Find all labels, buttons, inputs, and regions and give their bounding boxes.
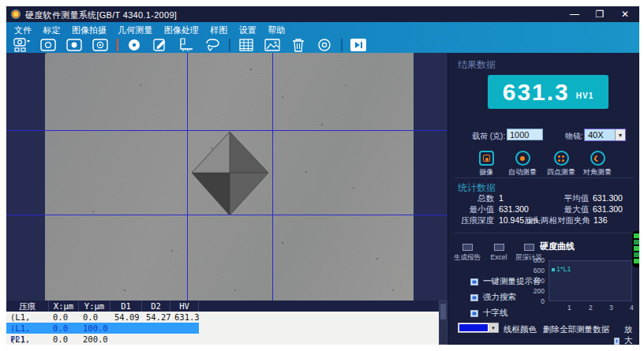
toolbar-button-capture[interactable] (64, 37, 84, 52)
objective-dropdown[interactable]: 40X ▼ (584, 129, 626, 141)
menu-calibration[interactable]: 标定 (43, 23, 60, 37)
load-input[interactable] (507, 129, 543, 140)
image-viewport[interactable] (6, 53, 447, 301)
magnifier-label: 放大镜 (624, 324, 639, 345)
menu-image-processing[interactable]: 图像处理 (164, 23, 199, 37)
toolbar-button-play[interactable] (348, 37, 369, 52)
cell-y: 200.0 (79, 334, 110, 345)
capture-button[interactable]: 摄像 (468, 151, 504, 177)
menu-file[interactable]: 文件 (14, 23, 32, 37)
toolbar-button-table[interactable] (236, 37, 256, 52)
stat-total-label: 总数 (448, 193, 494, 204)
cell-indent: (L1, P2) (6, 323, 49, 334)
col-header-d2[interactable]: D2 (142, 301, 170, 312)
table-row[interactable]: (L1, P3) 0.0 200.0 (6, 334, 447, 345)
delete-all-button[interactable]: 删除全部测量数据 (543, 324, 609, 335)
checkbox-icon[interactable] (470, 294, 478, 301)
magnifier-checkbox-row[interactable]: 放大镜 (614, 324, 639, 345)
menu-geometry-measure[interactable]: 几何测量 (118, 23, 152, 37)
menu-help[interactable]: 帮助 (268, 23, 285, 37)
stat-max-value: 631.300 (593, 204, 623, 214)
chevron-down-icon[interactable]: ▼ (489, 323, 498, 332)
objective-label: 物镜: (565, 131, 583, 142)
col-header-indent[interactable]: 压痕 (6, 301, 49, 312)
cell-hv: 631.3 (170, 312, 199, 323)
data-point-marker (552, 268, 555, 271)
generate-report-label: 生成报告 (451, 253, 483, 263)
restore-button[interactable]: ❐ (593, 6, 606, 22)
y-tick: 800 (524, 256, 545, 264)
toolbar-button-caliper[interactable] (176, 37, 197, 52)
minimize-button[interactable]: — (568, 6, 581, 22)
color-swatch (459, 324, 488, 331)
data-point-label: 1*L1 (556, 265, 571, 273)
result-section-heading: 结果数据 (458, 58, 496, 72)
cell-d1 (110, 334, 142, 345)
diagonal-measure-button[interactable]: 对角测量 (579, 151, 616, 177)
beep-checkbox-row[interactable]: 一键测量提示音 (470, 276, 541, 287)
capture-icon (479, 151, 494, 166)
menu-settings[interactable]: 设置 (239, 23, 256, 37)
stat-max-label: 最大值 (527, 204, 589, 215)
toolbar-button-camera-multi[interactable] (12, 37, 32, 52)
hardness-result-display: 631.3 HV1 (488, 75, 608, 109)
menu-sample-image[interactable]: 样图 (210, 23, 227, 37)
cell-indent: (L1, P1) (6, 312, 49, 323)
beep-checkbox-label: 一键测量提示音 (483, 276, 541, 287)
four-point-icon (554, 151, 569, 166)
generate-report-button[interactable]: 生成报告 (451, 244, 483, 263)
checkbox-icon[interactable] (614, 338, 620, 345)
toolbar-button-record[interactable] (314, 37, 335, 52)
measure-line-vertical-right (272, 53, 273, 301)
toolbar-button-camera-settings[interactable] (90, 37, 110, 52)
microscope-image (45, 53, 414, 301)
y-tick: 600 (524, 267, 545, 274)
vickers-indentation (45, 53, 414, 301)
y-tick: 200 (524, 287, 545, 295)
cell-hv (170, 323, 199, 334)
table-scrollbar[interactable] (439, 301, 447, 345)
toolbar-separator (117, 39, 118, 51)
table-row[interactable]: (L1, P1) 0.0 0.0 54.09 54.27 631.3 (6, 312, 447, 323)
auto-measure-button[interactable]: 自动测量 (504, 151, 541, 177)
measure-line-horizontal-bottom (6, 215, 447, 215)
table-row-selected[interactable]: (L1, P2) 0.0 100.0 (6, 323, 447, 334)
toolbar-button-camera[interactable] (38, 37, 58, 52)
record-icon (317, 38, 331, 52)
line-color-dropdown[interactable]: ▼ (458, 323, 499, 333)
excel-icon (494, 244, 504, 251)
toolbar-button-image[interactable] (262, 37, 283, 52)
camera-icon (40, 39, 56, 51)
col-header-x[interactable]: X:μm (49, 301, 79, 312)
col-header-y[interactable]: Y:μm (79, 301, 110, 312)
col-header-d1[interactable]: D1 (110, 301, 142, 312)
toolbar-button-marker[interactable] (124, 37, 144, 52)
checkbox-icon[interactable] (470, 310, 478, 317)
scrollbar-thumb[interactable] (440, 304, 446, 319)
title-bar: 硬度软件测量系统[GB/T 4340.1-2009] — ❐ ✕ (6, 6, 639, 22)
window-title: 硬度软件测量系统[GB/T 4340.1-2009] (25, 9, 177, 21)
chevron-down-icon[interactable]: ▼ (615, 129, 625, 140)
four-point-measure-button[interactable]: 四点测量 (543, 151, 579, 177)
menu-image-capture[interactable]: 图像拍摄 (72, 23, 107, 37)
checkbox-icon[interactable] (470, 278, 478, 286)
measure-line-vertical-left (187, 53, 188, 301)
toolbar-button-lasso[interactable] (202, 37, 223, 52)
close-button[interactable]: ✕ (619, 6, 631, 22)
excel-export-button[interactable]: Excel (483, 244, 515, 261)
stat-min-value: 631.300 (499, 204, 529, 214)
chart-title: 硬度曲线 (540, 241, 575, 252)
toolbar-button-delete[interactable] (288, 37, 309, 52)
col-header-hv[interactable]: HV (170, 301, 199, 312)
stat-min-label: 最小值 (448, 204, 494, 215)
camera-settings-icon (92, 39, 108, 51)
cell-d1 (110, 323, 142, 334)
objective-value: 40X (585, 129, 615, 140)
crosshair-checkbox-row[interactable]: 十字线 (470, 308, 508, 319)
measure-line-horizontal-top (6, 130, 447, 131)
caliper-icon (178, 38, 194, 52)
strong-search-checkbox-row[interactable]: 强力搜索 (470, 292, 516, 303)
toolbar-button-edit[interactable] (150, 37, 170, 52)
diagonal-measure-label: 对角测量 (579, 167, 616, 177)
cell-indent: (L1, P3) (6, 334, 49, 345)
